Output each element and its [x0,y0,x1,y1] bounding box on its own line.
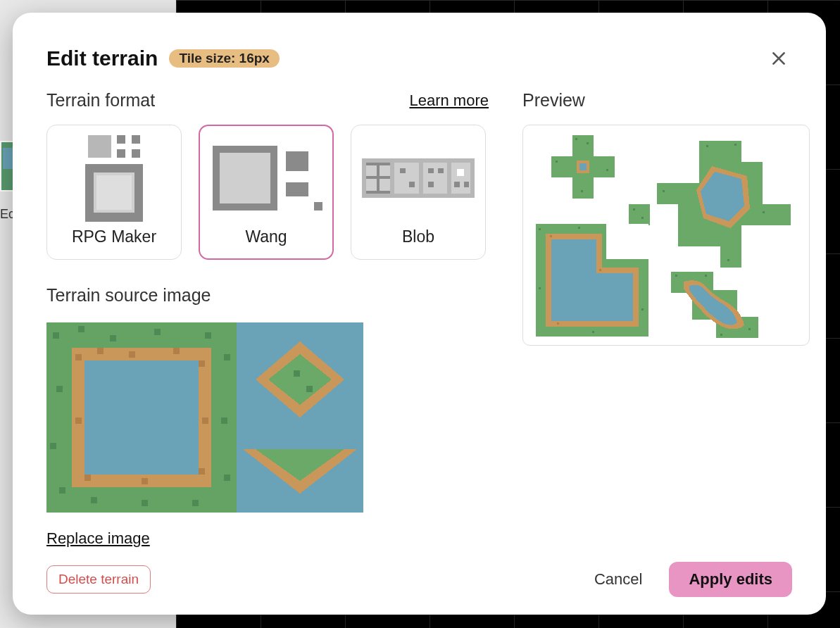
svg-rect-61 [202,417,208,424]
svg-rect-99 [641,308,644,310]
svg-rect-80 [556,161,558,163]
learn-more-link[interactable]: Learn more [409,92,489,110]
svg-rect-70 [306,386,313,392]
format-option-blob[interactable]: Blob [351,125,486,260]
svg-rect-27 [394,162,419,193]
replace-image-link[interactable]: Replace image [46,529,150,548]
svg-rect-81 [606,169,608,171]
terrain-preview [522,125,810,346]
svg-rect-47 [224,354,230,360]
svg-rect-48 [56,386,63,392]
svg-rect-64 [84,475,91,481]
svg-rect-52 [224,475,230,481]
svg-rect-56 [75,354,82,360]
svg-rect-3 [132,134,140,143]
svg-rect-42 [53,332,59,339]
svg-rect-65 [75,417,82,424]
svg-rect-83 [629,204,650,225]
svg-rect-55 [192,500,199,506]
svg-rect-91 [663,190,665,192]
svg-rect-54 [91,497,97,503]
svg-rect-45 [154,329,161,335]
svg-rect-9 [85,163,94,221]
close-button[interactable] [765,45,792,72]
rpg-maker-icon [58,139,170,218]
svg-rect-32 [438,168,444,173]
svg-rect-50 [59,487,65,494]
terrain-source-heading: Terrain source image [46,285,489,306]
svg-rect-100 [592,331,594,333]
svg-rect-77 [579,163,587,170]
svg-rect-17 [270,146,277,211]
svg-rect-85 [641,217,644,219]
svg-rect-51 [221,417,227,424]
svg-rect-106 [705,275,707,277]
svg-rect-82 [581,190,583,192]
svg-rect-13 [213,146,277,211]
svg-rect-18 [286,151,308,171]
svg-rect-95 [606,224,648,259]
terrain-format-heading: Terrain format [46,90,155,111]
svg-rect-15 [213,203,277,211]
cancel-button[interactable]: Cancel [579,563,658,596]
svg-rect-30 [423,162,448,193]
svg-rect-43 [78,326,84,332]
svg-rect-53 [142,500,148,506]
svg-rect-35 [457,169,464,176]
svg-rect-28 [400,168,406,173]
svg-rect-49 [50,443,56,449]
svg-rect-14 [213,146,277,153]
svg-rect-46 [205,332,211,339]
svg-rect-31 [428,168,434,173]
svg-rect-62 [199,468,205,475]
svg-rect-44 [110,335,116,341]
svg-rect-19 [286,182,308,196]
svg-rect-57 [97,348,104,354]
dialog-header: Edit terrain Tile size: 16px [46,45,792,72]
svg-rect-59 [173,348,180,354]
terrain-format-options: RPG Maker [46,125,489,260]
svg-rect-96 [539,228,541,230]
format-option-wang[interactable]: Wang [199,125,334,260]
svg-rect-93 [727,259,729,261]
svg-rect-107 [748,328,751,330]
svg-rect-84 [633,208,635,211]
svg-rect-90 [734,144,736,146]
blob-icon [362,139,475,218]
svg-rect-2 [117,134,125,143]
svg-rect-79 [587,142,589,144]
edit-terrain-dialog: Edit terrain Tile size: 16px Terrain for… [13,13,826,615]
svg-rect-98 [539,287,541,289]
close-icon [770,49,788,68]
format-option-rpg-maker[interactable]: RPG Maker [46,125,182,260]
svg-rect-101 [550,235,552,237]
svg-rect-105 [675,275,677,277]
wang-icon [210,139,322,218]
delete-terrain-button[interactable]: Delete terrain [46,565,151,594]
svg-rect-63 [142,478,148,484]
format-option-label: RPG Maker [72,227,156,246]
svg-rect-20 [314,202,322,211]
svg-rect-58 [129,351,135,358]
dialog-footer: Delete terrain Cancel Apply edits [46,548,792,597]
preview-heading: Preview [522,90,585,111]
svg-rect-37 [464,181,470,187]
svg-rect-4 [117,149,125,158]
svg-rect-11 [96,175,131,209]
svg-rect-10 [134,163,143,221]
svg-rect-92 [763,211,765,213]
svg-rect-16 [213,146,220,211]
svg-rect-78 [575,138,577,140]
terrain-source-image [46,322,363,513]
svg-rect-89 [706,145,708,147]
svg-rect-103 [557,322,559,325]
svg-rect-36 [454,181,460,187]
svg-rect-34 [451,162,470,193]
svg-rect-60 [199,360,205,367]
format-option-label: Wang [245,227,287,246]
tile-size-badge: Tile size: 16px [169,49,280,68]
format-option-label: Blob [402,227,434,246]
svg-rect-5 [132,149,140,158]
svg-rect-33 [428,181,434,187]
apply-edits-button[interactable]: Apply edits [669,562,792,597]
